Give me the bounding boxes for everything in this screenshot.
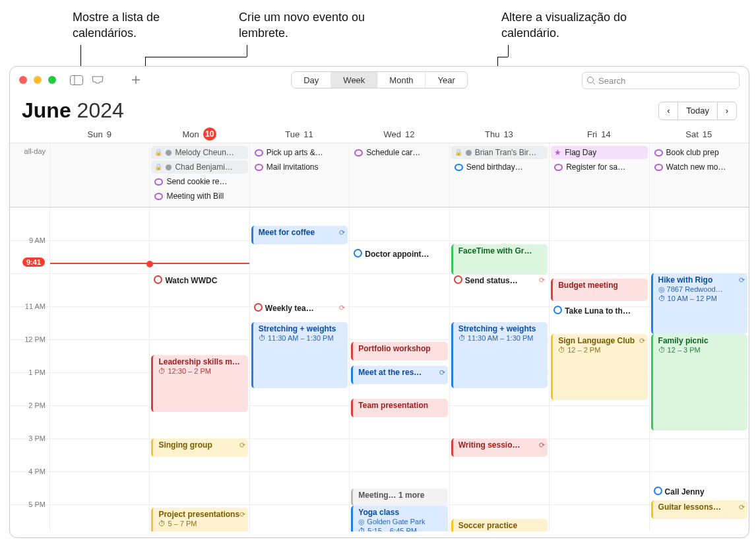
allday-cell[interactable]: 🔒Melody Cheun…🔒Chad Benjami…Send cookie … [149,143,249,207]
allday-cell[interactable]: Pick up arts &…Mail invitations [249,143,349,207]
day-column[interactable]: 9:41 [49,207,149,531]
allday-event[interactable]: 🔒Melody Cheun… [151,146,247,159]
close-button[interactable] [19,76,27,84]
event[interactable]: Guitar lessons…⟳ [651,500,747,519]
allday-event[interactable]: Send birthday… [451,160,548,174]
search-field[interactable]: Search [582,72,740,89]
day-column[interactable]: Meet for coffee⟳Weekly tea…⟳Stretching +… [249,207,349,531]
svg-rect-0 [71,75,83,85]
hour-label: 11 AM [25,302,46,310]
nav-buttons: ‹ Today › [658,102,737,120]
view-day[interactable]: Day [292,72,331,88]
allday-cell[interactable]: Schedule car… [349,143,449,207]
event[interactable]: Send status…⟳ [451,273,548,292]
month-header: June 2024 ‹ Today › [10,93,749,125]
event[interactable]: Team presentation [351,399,447,417]
inbox-button[interactable] [90,74,105,86]
new-event-button[interactable] [129,74,143,86]
allday-event[interactable]: Send cookie re… [151,175,247,188]
allday-event[interactable]: Register for sa… [551,160,647,174]
event[interactable]: Leadership skills meeting⏱ 12:30 – 2 PM [151,355,247,412]
allday-event[interactable]: ★Flag Day [551,146,647,159]
hour-label: 2 PM [28,401,46,409]
allday-row: all-day🔒Melody Cheun…🔒Chad Benjami…Send … [10,143,749,207]
day-header: Thu 13 [449,125,549,143]
minimize-button[interactable] [34,76,42,84]
day-column[interactable]: Watch WWDCLeadership skills meeting⏱ 12:… [149,207,249,531]
month-title: June 2024 [22,98,124,123]
allday-event[interactable]: Meeting with Bill [151,189,247,203]
allday-event[interactable]: Watch new mo… [651,160,747,174]
allday-cell[interactable] [49,143,149,207]
year: 2024 [77,98,124,122]
callout-sidebar: Mostre a lista de calendários. [73,9,205,42]
event[interactable]: Family picnic⏱ 12 – 3 PM [651,334,747,430]
event[interactable]: Watch WWDC [151,273,247,292]
day-header: Mon 10 [149,125,249,143]
allday-event[interactable]: Mail invitations [251,160,348,174]
callout-line [247,45,247,57]
view-year[interactable]: Year [425,72,466,88]
event[interactable]: Hike with Rigo◎ 7867 Redwood…⏱ 10 AM – 1… [651,273,747,334]
view-month[interactable]: Month [377,72,425,88]
event[interactable]: Stretching + weights⏱ 11:30 AM – 1:30 PM [451,322,548,388]
fullscreen-button[interactable] [48,76,56,84]
day-column[interactable]: Hike with Rigo◎ 7867 Redwood…⏱ 10 AM – 1… [649,207,749,531]
day-header: Sat 15 [649,125,749,143]
day-header: Wed 12 [349,125,449,143]
callout-new-event: Crie um novo evento ou lembrete. [239,9,384,42]
day-column[interactable]: FaceTime with Gr…Send status…⟳Stretching… [449,207,549,531]
callout-line [145,57,247,57]
event[interactable]: Take Luna to th… [551,304,647,322]
calendar-window: DayWeekMonthYear Search June 2024 ‹ Toda… [9,66,749,538]
titlebar: DayWeekMonthYear Search [10,67,749,93]
prev-week-button[interactable]: ‹ [658,102,678,120]
allday-cell[interactable]: ★Flag DayRegister for sa… [549,143,648,207]
allday-cell[interactable]: 🔒Brian Tran's Bir…Send birthday… [449,143,549,207]
hour-label: 1 PM [28,368,46,376]
allday-event[interactable]: Book club prep [651,146,747,159]
svg-line-5 [593,83,595,85]
day-column[interactable]: Budget meetingTake Luna to th…Sign Langu… [549,207,648,531]
event[interactable]: Weekly tea…⟳ [251,301,348,320]
event[interactable]: Singing group⟳ [151,438,247,457]
event[interactable]: Project presentations⏱ 5 – 7 PM⟳ [151,508,247,531]
view-week[interactable]: Week [331,72,377,88]
allday-event[interactable]: 🔒Brian Tran's Bir… [451,146,548,159]
allday-label: all-day [10,143,49,207]
svg-point-4 [588,77,594,83]
event[interactable]: Soccer practice [451,519,548,531]
hour-label: 9 AM [29,236,46,244]
event[interactable]: Budget meeting [551,279,647,301]
event[interactable]: FaceTime with Gr… [451,244,548,275]
event[interactable]: Yoga class◎ Golden Gate Park⏱ 5:15 – 6:4… [351,506,447,531]
event[interactable]: Doctor appoint… [351,247,447,265]
view-switcher: DayWeekMonthYear [291,71,468,88]
search-icon [586,76,596,85]
time-grid[interactable]: 9 AM11 AM12 PM1 PM2 PM3 PM4 PM5 PM6 PM9:… [10,207,749,531]
event[interactable]: Sign Language Club⏱ 12 – 2 PM⟳ [551,334,647,400]
next-week-button[interactable]: › [717,102,737,120]
event[interactable]: Meeting… 1 more [351,489,447,506]
allday-event[interactable]: Pick up arts &… [251,146,348,159]
day-header: Tue 11 [249,125,349,143]
event[interactable]: Meet at the res…⟳ [351,366,447,384]
callout-line [508,45,509,57]
event[interactable]: Writing sessio…⟳ [451,438,548,457]
allday-cell[interactable]: Book club prepWatch new mo… [649,143,749,207]
allday-event[interactable]: 🔒Chad Benjami… [151,160,247,174]
hour-label: 4 PM [28,467,46,475]
event[interactable]: Stretching + weights⏱ 11:30 AM – 1:30 PM [251,322,348,388]
event[interactable]: Portfolio workshop [351,342,447,360]
event[interactable]: Meet for coffee⟳ [251,226,348,244]
hour-label: 3 PM [28,434,46,442]
callout-change-view: Altere a visualização do calendário. [501,9,646,42]
day-column[interactable]: Doctor appoint…Portfolio workshopMeet at… [349,207,449,531]
day-header: Sun 9 [49,125,149,143]
day-headers: Sun 9Mon 10Tue 11Wed 12Thu 13Fri 14Sat 1… [10,125,749,143]
allday-event[interactable]: Schedule car… [351,146,447,159]
month-name: June [22,98,71,122]
today-button[interactable]: Today [677,102,718,120]
time-gutter: 9 AM11 AM12 PM1 PM2 PM3 PM4 PM5 PM6 PM [10,207,49,531]
toggle-sidebar-button[interactable] [69,74,84,86]
